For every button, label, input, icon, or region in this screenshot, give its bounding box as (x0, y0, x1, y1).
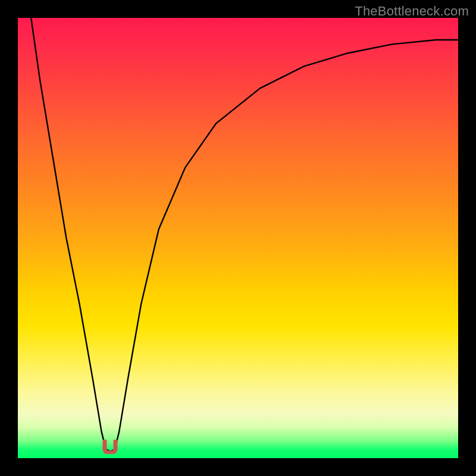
heat-gradient-background (18, 18, 458, 458)
plot-area (18, 18, 458, 458)
watermark-text: TheBottleneck.com (355, 4, 469, 19)
chart-frame: TheBottleneck.com (0, 0, 476, 476)
